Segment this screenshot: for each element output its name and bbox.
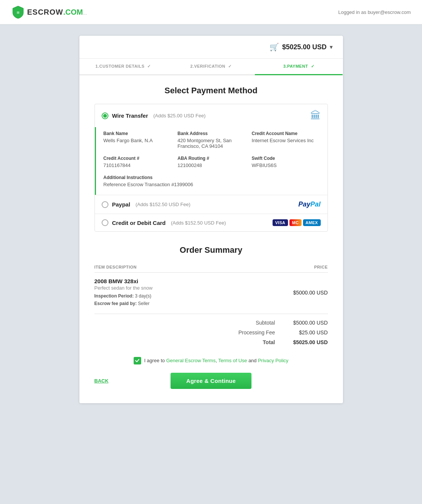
credit-account-name-label: Credit Account Name [252, 131, 320, 136]
step-customer-details[interactable]: 1.CUSTOMER DETAILS ✓ [79, 59, 167, 74]
aba-routing-field: ABA Routing # 121000248 [178, 156, 246, 168]
steps-navigation: 1.CUSTOMER DETAILS ✓ 2.VERIFICATION ✓ 3.… [79, 59, 343, 75]
wire-transfer-header[interactable]: Wire Transfer (Adds $25.00 USD Fee) 🏛 [95, 104, 328, 127]
cart-total: $5025.00 USD [282, 43, 326, 51]
card-radio[interactable] [102, 219, 108, 226]
escrow-fee-value: Seller [138, 301, 150, 306]
checkmark-icon [135, 358, 140, 363]
wire-transfer-fee: (Adds $25.00 USD Fee) [153, 113, 206, 118]
page-header: ≡ ESCROW.COM... Logged in as buyer@escro… [0, 0, 422, 24]
credit-account-num-field: Credit Account # 7101167844 [104, 156, 172, 168]
step-payment[interactable]: 3.PAYMENT ✓ [255, 59, 343, 75]
privacy-policy-link[interactable]: Privacy Policy [258, 358, 288, 363]
paypal-name: Paypal [112, 201, 130, 208]
total-label: Total [222, 339, 283, 345]
item-name: 2008 BMW 328xi [94, 278, 241, 284]
terms-of-use-link[interactable]: Terms of Use [218, 358, 247, 363]
credit-account-num-label: Credit Account # [104, 156, 172, 161]
bank-icon: 🏛 [310, 109, 321, 122]
payment-option-paypal: Paypal (Adds $152.50 USD Fee) PayPal [95, 195, 328, 214]
login-status: Logged in as buyer@escrow.com [338, 9, 411, 15]
inspection-period-label: Inspection Period: [94, 293, 134, 299]
additional-instructions-field: Additional Instructions Reference Escrow… [104, 175, 320, 187]
cart-amount[interactable]: 🛒 $5025.00 USD ▾ [270, 43, 332, 52]
main-content: Select Payment Method Wire Transfer (Add… [79, 75, 343, 403]
paypal-radio[interactable] [102, 201, 108, 208]
total-row: Total $5025.00 USD [94, 337, 328, 347]
bank-name-field: Bank Name Wells Fargo Bank, N.A [104, 131, 172, 149]
paypal-logo: PayPal [298, 200, 320, 208]
swift-code-field: Swift Code WFBIUS6S [252, 156, 320, 168]
aba-routing-label: ABA Routing # [178, 156, 246, 161]
card-left: Credit or Debit Card (Adds $152.50 USD F… [102, 219, 226, 226]
paypal-left: Paypal (Adds $152.50 USD Fee) [102, 201, 190, 208]
swift-code-label: Swift Code [252, 156, 320, 161]
general-escrow-terms-link[interactable]: General Escrow Terms [166, 358, 215, 363]
subtotal-row: Subtotal $5000.00 USD [94, 318, 328, 328]
additional-instructions-label: Additional Instructions [104, 175, 320, 180]
wire-transfer-details: Bank Name Wells Fargo Bank, N.A Bank Add… [95, 127, 328, 195]
totals-section: Subtotal $5000.00 USD Processing Fee $25… [94, 314, 328, 347]
payment-options-container: Wire Transfer (Adds $25.00 USD Fee) 🏛 Ba… [94, 104, 328, 232]
visa-badge: VISA [273, 219, 288, 226]
footer-actions: BACK Agree & Continue [94, 373, 328, 393]
agree-text-before: I agree to [144, 358, 166, 363]
wire-details-grid: Bank Name Wells Fargo Bank, N.A Bank Add… [104, 131, 320, 187]
bank-address-value: 420 Montgomery St, San Francisco, CA 941… [178, 138, 246, 149]
cart-header: 🛒 $5025.00 USD ▾ [79, 36, 343, 59]
processing-fee-row: Processing Fee $25.00 USD [94, 328, 328, 337]
processing-fee-value: $25.00 USD [283, 329, 328, 335]
inspection-period-value: 3 day(s) [135, 293, 151, 299]
agreement-text: I agree to General Escrow Terms, Terms o… [144, 358, 288, 363]
wire-transfer-radio[interactable] [102, 112, 108, 119]
agree-continue-button[interactable]: Agree & Continue [171, 373, 251, 389]
credit-account-num-value: 7101167844 [104, 162, 172, 168]
wire-transfer-name: Wire Transfer [112, 112, 148, 119]
back-link[interactable]: BACK [94, 378, 109, 384]
agree-and: and [247, 358, 258, 363]
svg-text:≡: ≡ [17, 10, 20, 15]
card-name: Credit or Debit Card [112, 220, 166, 226]
item-price: $5000.00 USD [241, 273, 328, 310]
payment-section-title: Select Payment Method [94, 86, 328, 96]
subtotal-value: $5000.00 USD [283, 320, 328, 326]
additional-instructions-value: Reference Escrow Transaction #1399006 [104, 182, 320, 187]
bank-name-value: Wells Fargo Bank, N.A [104, 138, 172, 143]
main-wrapper: 🛒 $5025.00 USD ▾ 1.CUSTOMER DETAILS ✓ 2.… [0, 24, 422, 422]
escrow-fee-label: Escrow fee paid by: [94, 301, 137, 306]
agree-comma: , [216, 358, 218, 363]
step-verification[interactable]: 2.VERIFICATION ✓ [167, 59, 255, 74]
paypal-header[interactable]: Paypal (Adds $152.50 USD Fee) PayPal [95, 195, 328, 214]
mastercard-badge: MC [289, 219, 302, 226]
aba-routing-value: 121000248 [178, 162, 246, 168]
wire-transfer-left: Wire Transfer (Adds $25.00 USD Fee) [102, 112, 206, 119]
col-header-item: ITEM DESCRIPTION [94, 262, 241, 273]
card-fee: (Adds $152.50 USD Fee) [171, 220, 226, 226]
checkout-card: 🛒 $5025.00 USD ▾ 1.CUSTOMER DETAILS ✓ 2.… [79, 36, 343, 403]
shield-icon: ≡ [11, 5, 25, 19]
credit-account-name-value: Internet Escrow Services Inc [252, 138, 320, 143]
swift-code-value: WFBIUS6S [252, 162, 320, 168]
card-header[interactable]: Credit or Debit Card (Adds $152.50 USD F… [95, 214, 328, 231]
order-table: ITEM DESCRIPTION PRICE 2008 BMW 328xi Pe… [94, 262, 328, 310]
credit-account-name-field: Credit Account Name Internet Escrow Serv… [252, 131, 320, 149]
logo: ≡ ESCROW.COM... [11, 5, 87, 19]
agreement-row: I agree to General Escrow Terms, Terms o… [94, 357, 328, 364]
payment-option-card: Credit or Debit Card (Adds $152.50 USD F… [95, 214, 328, 231]
chevron-down-icon: ▾ [330, 44, 332, 50]
processing-fee-label: Processing Fee [222, 329, 283, 335]
order-item-row: 2008 BMW 328xi Perfect sedan for the sno… [94, 273, 328, 310]
item-meta: Inspection Period: 3 day(s) Escrow fee p… [94, 292, 241, 308]
amex-badge: AMEX [303, 219, 321, 226]
check-icon-step2: ✓ [228, 64, 232, 68]
bank-name-label: Bank Name [104, 131, 172, 136]
card-logos: VISA MC AMEX [273, 219, 321, 226]
check-icon-step1: ✓ [147, 64, 151, 68]
subtotal-label: Subtotal [222, 320, 283, 326]
cart-icon: 🛒 [270, 43, 279, 52]
item-details-cell: 2008 BMW 328xi Perfect sedan for the sno… [94, 273, 241, 310]
check-icon-step3: ✓ [311, 64, 315, 68]
paypal-fee: (Adds $152.50 USD Fee) [136, 202, 190, 207]
bank-address-field: Bank Address 420 Montgomery St, San Fran… [178, 131, 246, 149]
agree-checkbox[interactable] [134, 357, 141, 364]
